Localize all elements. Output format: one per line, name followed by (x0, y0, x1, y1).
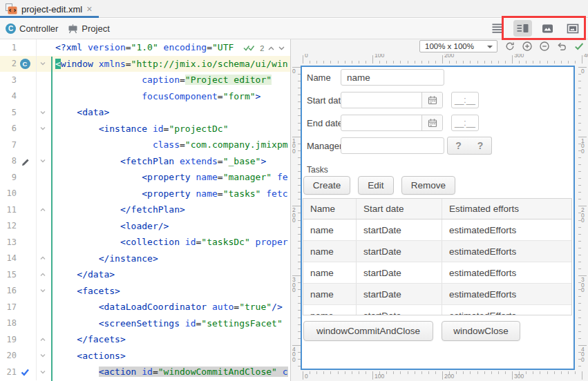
code-line-5[interactable]: 5 <data> (0, 104, 290, 121)
remove-button[interactable]: Remove (401, 176, 455, 195)
code-text[interactable]: <collection id="tasksDc" proper (48, 237, 290, 247)
start-time-input[interactable]: __:__ (451, 92, 479, 108)
code-line-21[interactable]: 21 <action id="windowCommitAndClose" c (0, 364, 290, 380)
code-text[interactable]: <actions> (48, 351, 290, 361)
editor-and-preview-icon[interactable] (513, 20, 532, 37)
code-text[interactable]: </fetchPlan> (48, 204, 290, 215)
fold-marker[interactable] (36, 104, 48, 121)
code-text[interactable]: <fetchPlan extends="_base"> (48, 156, 290, 166)
manager-picker-input[interactable] (341, 137, 444, 154)
code-text[interactable]: </facets> (48, 334, 290, 344)
code-line-2[interactable]: 2C<window xmlns="http://jmix.io/schema/u… (0, 56, 290, 72)
zoom-select[interactable]: 100% x 100% (419, 40, 497, 52)
fold-marker[interactable] (36, 251, 48, 267)
table-row[interactable]: namestartDateestimatedEfforts (303, 219, 571, 241)
fold-marker[interactable] (36, 266, 48, 283)
code-text[interactable]: class="com.company.jmixpm (48, 139, 290, 150)
create-button[interactable]: Create (303, 176, 350, 195)
code-line-7[interactable]: 7 class="com.company.jmixpm (0, 137, 290, 153)
windowCommitAndClose-button[interactable]: windowCommitAndClose (303, 321, 433, 341)
column-header[interactable]: Start date (357, 199, 442, 219)
line-number: 18 (0, 318, 17, 328)
code-line-15[interactable]: 15 </data> (0, 266, 290, 283)
code-line-16[interactable]: 16 <facets> (0, 283, 290, 300)
manager-lookup-button[interactable]: ? (447, 137, 470, 155)
column-header[interactable]: Name (303, 199, 357, 219)
table-row[interactable]: namestartDateestimatedEfforts (303, 241, 571, 262)
line-number: 5 (0, 108, 17, 117)
code-text[interactable]: caption="Project editor" (48, 75, 290, 85)
line-number: 7 (0, 140, 17, 150)
code-line-18[interactable]: 18 <screenSettings id="settingsFacet" (0, 315, 290, 332)
calendar-icon[interactable] (421, 92, 442, 108)
fold-marker[interactable] (36, 121, 48, 137)
line-number: 11 (0, 205, 17, 215)
code-line-8[interactable]: 8 <fetchPlan extends="_base"> (0, 153, 290, 170)
code-line-20[interactable]: 20 <actions> (0, 348, 290, 364)
zoom-out-icon[interactable] (539, 41, 550, 52)
end-date-input[interactable] (341, 115, 443, 131)
code-line-13[interactable]: 13 <collection id="tasksDc" proper (0, 234, 290, 251)
table-row[interactable]: namestartDateestimatedEfforts (303, 284, 571, 305)
fold-marker[interactable] (36, 153, 48, 170)
code-editor[interactable]: 1<?xml version="1.0" encoding="UTF22C<wi… (0, 39, 290, 381)
column-header[interactable]: Estimated efforts (442, 199, 571, 219)
editor-only-icon[interactable] (489, 20, 507, 37)
code-text[interactable]: <facets> (48, 286, 290, 296)
code-line-17[interactable]: 17 <dataLoadCoordinator auto="true"/> (0, 299, 290, 315)
code-line-12[interactable]: 12 <loader/> (0, 218, 290, 235)
revert-icon[interactable] (556, 41, 567, 52)
manager-clear-button[interactable]: ? (469, 137, 492, 155)
open-preview-in-window-icon[interactable] (563, 20, 582, 37)
refresh-icon[interactable] (504, 41, 515, 52)
code-line-4[interactable]: 4 focusComponent="form"> (0, 88, 290, 105)
tasks-table[interactable]: NameStart dateEstimated effortsnamestart… (303, 198, 572, 315)
start-date-input[interactable] (341, 92, 443, 108)
code-text[interactable]: <instance id="projectDc" (48, 124, 290, 134)
fold-marker[interactable] (36, 283, 48, 300)
code-text[interactable]: </instance> (48, 253, 290, 264)
code-text[interactable]: <?xml version="1.0" encoding="UTF2 (48, 42, 290, 52)
name-input[interactable]: name (341, 69, 444, 86)
code-text[interactable]: <property name="manager" fe (48, 172, 290, 182)
zoom-in-icon[interactable] (522, 41, 533, 52)
code-text[interactable]: <data> (48, 107, 290, 117)
line-number: 15 (0, 270, 17, 280)
code-text[interactable]: <loader/> (48, 221, 290, 231)
preview-only-icon[interactable] (538, 20, 557, 37)
code-text[interactable]: </data> (48, 269, 290, 280)
fold-marker (36, 218, 48, 235)
code-line-1[interactable]: 1<?xml version="1.0" encoding="UTF2 (0, 39, 290, 56)
code-text[interactable]: <action id="windowCommitAndClose" c (48, 367, 290, 377)
tab-project-edit-xml[interactable]: project-edit.xml × (0, 0, 99, 18)
apply-changes-icon[interactable] (573, 41, 585, 52)
code-line-9[interactable]: 9 <property name="manager" fe (0, 169, 290, 186)
fold-marker[interactable] (36, 202, 48, 218)
code-text[interactable]: <window xmlns="http://jmix.io/schema/ui/… (48, 59, 290, 69)
code-line-19[interactable]: 19 </facets> (0, 331, 290, 348)
code-lines: 1<?xml version="1.0" encoding="UTF22C<wi… (0, 39, 290, 380)
code-text[interactable]: <dataLoadCoordinator auto="true"/> (48, 302, 290, 312)
fold-marker[interactable] (36, 348, 48, 364)
tab-close-icon[interactable]: × (86, 4, 92, 14)
table-row[interactable]: namestartDateestimatedEfforts (303, 305, 571, 315)
code-line-6[interactable]: 6 <instance id="projectDc" (0, 121, 290, 137)
calendar-icon[interactable] (421, 115, 442, 130)
end-time-input[interactable]: __:__ (451, 115, 479, 131)
edit-button[interactable]: Edit (358, 176, 394, 195)
code-text[interactable]: <screenSettings id="settingsFacet" (48, 318, 290, 329)
breadcrumb-controller[interactable]: C Controller (6, 23, 58, 34)
inspection-widget[interactable]: 2 (243, 44, 285, 52)
code-text[interactable]: focusComponent="form"> (48, 91, 290, 101)
fold-marker[interactable] (36, 364, 48, 380)
code-line-10[interactable]: 10 <property name="tasks" fetc (0, 186, 290, 202)
code-line-14[interactable]: 14 </instance> (0, 251, 290, 267)
fold-marker[interactable] (36, 56, 48, 72)
code-line-3[interactable]: 3 caption="Project editor" (0, 72, 290, 88)
fold-marker[interactable] (36, 331, 48, 348)
table-row[interactable]: namestartDateestimatedEfforts (303, 262, 571, 284)
windowClose-button[interactable]: windowClose (442, 321, 520, 341)
code-line-11[interactable]: 11 </fetchPlan> (0, 202, 290, 218)
code-text[interactable]: <property name="tasks" fetc (48, 188, 290, 199)
breadcrumb-screen[interactable]: Project (68, 23, 109, 34)
